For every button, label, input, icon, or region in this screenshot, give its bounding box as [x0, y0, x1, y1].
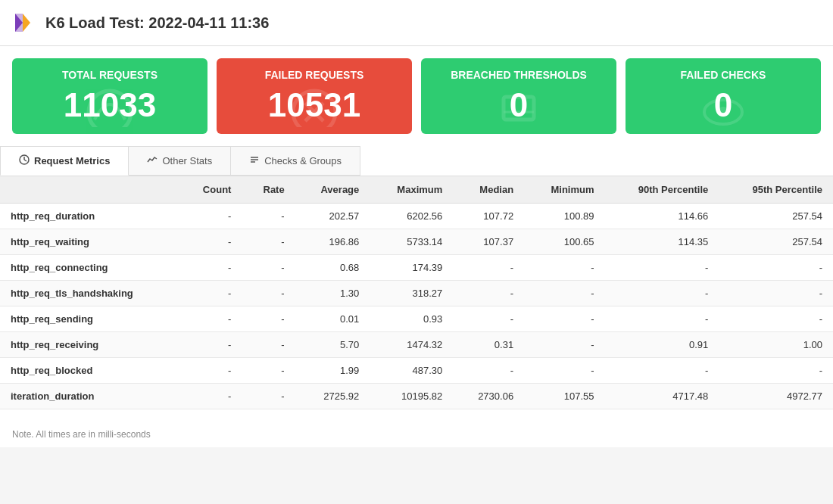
tab-label-checks-groups: Checks & Groups — [264, 155, 342, 166]
metric-value: 1474.32 — [370, 332, 453, 358]
stat-card-title: Total Requests — [24, 69, 195, 81]
metric-value: 6202.56 — [370, 204, 453, 229]
metric-value: - — [453, 358, 524, 384]
table-container: CountRateAverageMaximumMedianMinimum90th… — [0, 176, 833, 422]
metric-name: http_req_waiting — [0, 229, 179, 255]
stat-card-value: 0 — [638, 87, 809, 123]
stat-card-title: Failed Requests — [229, 69, 400, 81]
metric-value: 5733.14 — [370, 229, 453, 255]
metric-value: - — [242, 229, 295, 255]
metric-value: - — [179, 281, 242, 306]
metric-value: 0.68 — [295, 255, 370, 281]
stat-card-failed-checks: Failed Checks 0 — [626, 58, 821, 134]
metric-value: 10195.82 — [370, 384, 453, 409]
metric-value: - — [453, 255, 524, 281]
metric-value: - — [242, 384, 295, 409]
metric-value: - — [179, 358, 242, 384]
col-header-1: Count — [179, 176, 242, 204]
svg-marker-1 — [23, 14, 30, 32]
stat-card-value: 10531 — [229, 87, 400, 123]
col-header-7: 90th Percentile — [605, 176, 719, 204]
metric-value: 2725.92 — [295, 384, 370, 409]
metric-value: 174.39 — [370, 255, 453, 281]
metric-value: - — [179, 204, 242, 229]
tab-request-metrics[interactable]: Request Metrics — [0, 146, 129, 176]
metric-value: - — [524, 358, 604, 384]
tab-checks-groups[interactable]: Checks & Groups — [231, 146, 360, 176]
metric-value: - — [605, 255, 719, 281]
metric-value: - — [242, 204, 295, 229]
metric-value: - — [242, 306, 295, 332]
table-row: http_req_tls_handshaking--1.30318.27---- — [0, 281, 833, 306]
metric-value: 100.89 — [524, 204, 604, 229]
metric-value: - — [242, 255, 295, 281]
metric-value: - — [719, 306, 833, 332]
table-row: http_req_duration--202.576202.56107.7210… — [0, 204, 833, 229]
metric-value: 487.30 — [370, 358, 453, 384]
metric-value: 196.86 — [295, 229, 370, 255]
tab-other-stats[interactable]: Other Stats — [129, 146, 231, 176]
page-title: K6 Load Test: 2022-04-11 11:36 — [45, 14, 269, 32]
k6-logo — [12, 11, 36, 35]
metric-value: 107.72 — [453, 204, 524, 229]
svg-marker-2 — [15, 14, 23, 32]
stats-cards: Total Requests 11033 Failed Requests 105… — [0, 46, 833, 146]
metric-value: - — [605, 306, 719, 332]
header: K6 Load Test: 2022-04-11 11:36 — [0, 0, 833, 46]
col-header-8: 95th Percentile — [719, 176, 833, 204]
metric-value: 100.65 — [524, 229, 604, 255]
metric-value: 1.30 — [295, 281, 370, 306]
metric-value: - — [524, 281, 604, 306]
table-row: http_req_connecting--0.68174.39---- — [0, 255, 833, 281]
col-header-6: Minimum — [524, 176, 604, 204]
metric-name: http_req_blocked — [0, 358, 179, 384]
metric-value: - — [179, 255, 242, 281]
metric-value: - — [242, 281, 295, 306]
metric-value: 5.70 — [295, 332, 370, 358]
tab-label-request-metrics: Request Metrics — [34, 155, 110, 166]
metric-value: 257.54 — [719, 204, 833, 229]
metric-value: - — [242, 358, 295, 384]
col-header-5: Median — [453, 176, 524, 204]
table-row: iteration_duration--2725.9210195.822730.… — [0, 384, 833, 409]
metric-value: 107.55 — [524, 384, 604, 409]
metric-value: - — [453, 306, 524, 332]
table-row: http_req_sending--0.010.93---- — [0, 306, 833, 332]
metric-value: - — [524, 332, 604, 358]
metric-value: 107.37 — [453, 229, 524, 255]
stat-card-value: 0 — [433, 87, 604, 123]
tab-label-other-stats: Other Stats — [162, 155, 212, 166]
metric-value: 0.01 — [295, 306, 370, 332]
metric-name: http_req_sending — [0, 306, 179, 332]
table-row: http_req_blocked--1.99487.30---- — [0, 358, 833, 384]
stat-card-total-requests: Total Requests 11033 — [12, 58, 207, 134]
stat-card-breached-thresholds: Breached Thresholds 0 — [421, 58, 616, 134]
metric-value: - — [524, 306, 604, 332]
metric-value: - — [242, 332, 295, 358]
tabs: Request MetricsOther StatsChecks & Group… — [0, 146, 833, 176]
metric-value: 318.27 — [370, 281, 453, 306]
metric-value: 202.57 — [295, 204, 370, 229]
table-row: http_req_receiving--5.701474.320.31-0.91… — [0, 332, 833, 358]
col-header-4: Maximum — [370, 176, 453, 204]
metric-value: - — [605, 281, 719, 306]
metric-value: - — [179, 229, 242, 255]
metric-value: 4972.77 — [719, 384, 833, 409]
metric-name: http_req_receiving — [0, 332, 179, 358]
metric-value: 4717.48 — [605, 384, 719, 409]
metric-value: - — [605, 358, 719, 384]
col-header-0 — [0, 176, 179, 204]
metric-value: - — [524, 255, 604, 281]
stat-card-value: 11033 — [24, 87, 195, 123]
metric-value: - — [719, 255, 833, 281]
stat-card-title: Breached Thresholds — [433, 69, 604, 81]
metric-value: - — [453, 281, 524, 306]
metric-value: - — [179, 332, 242, 358]
metric-value: 2730.06 — [453, 384, 524, 409]
stat-card-failed-requests: Failed Requests 10531 — [217, 58, 412, 134]
metric-value: 1.99 — [295, 358, 370, 384]
note: Note. All times are in milli-seconds — [0, 422, 833, 447]
metric-name: http_req_duration — [0, 204, 179, 229]
svg-line-13 — [24, 160, 27, 161]
metric-value: 1.00 — [719, 332, 833, 358]
